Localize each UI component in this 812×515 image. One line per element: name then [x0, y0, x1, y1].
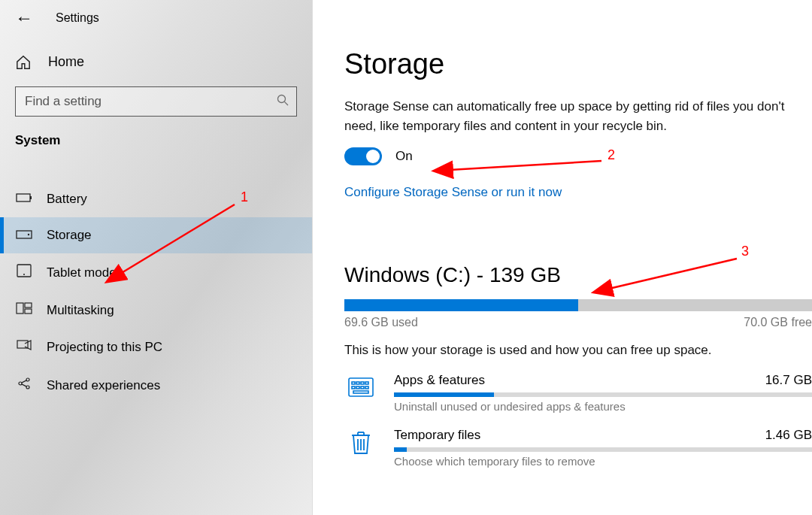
sidebar-item-label: Battery	[47, 192, 87, 207]
svg-point-0	[278, 95, 286, 103]
home-icon	[15, 55, 32, 70]
nav-section-title: System	[0, 133, 312, 168]
svg-line-16	[22, 384, 26, 386]
usage-item-title: Apps & features	[394, 373, 485, 388]
sidebar-item-label: Multitasking	[47, 303, 114, 318]
drive-description: This is how your storage is used and how…	[344, 343, 812, 358]
back-arrow-icon[interactable]: ←	[15, 9, 33, 27]
sidebar-item-projecting[interactable]: Projecting to this PC	[0, 329, 312, 365]
usage-item-subtitle: Choose which temporary files to remove	[394, 455, 812, 468]
nav-home-label: Home	[48, 54, 84, 70]
svg-rect-23	[356, 386, 359, 389]
sidebar-item-battery[interactable]: Battery	[0, 181, 312, 217]
page-title: Storage	[344, 48, 812, 80]
storage-sense-description: Storage Sense can automatically free up …	[344, 97, 799, 135]
usage-item-apps[interactable]: Apps & features 16.7 GB Uninstall unused…	[394, 373, 812, 413]
sidebar-item-shared-experiences[interactable]: Shared experiences	[0, 365, 312, 405]
drive-icon	[15, 228, 33, 243]
sidebar-item-label: Tablet mode	[47, 265, 117, 280]
svg-point-5	[28, 234, 29, 235]
svg-rect-18	[352, 382, 355, 384]
usage-item-subtitle: Uninstall unused or undesired apps & fea…	[394, 400, 812, 413]
svg-rect-20	[361, 382, 364, 384]
svg-rect-26	[353, 391, 368, 393]
nav-home[interactable]: Home	[0, 35, 312, 86]
svg-rect-2	[17, 194, 30, 201]
svg-rect-8	[17, 303, 23, 314]
settings-window-title: Settings	[56, 11, 99, 25]
search-box[interactable]	[15, 86, 297, 117]
drive-usage-bar	[344, 299, 812, 311]
svg-line-15	[22, 380, 26, 383]
apps-icon	[344, 373, 377, 401]
battery-icon	[15, 192, 33, 207]
svg-point-12	[19, 382, 22, 385]
svg-rect-3	[30, 196, 32, 199]
sidebar-item-label: Storage	[47, 228, 92, 243]
sidebar-item-storage[interactable]: Storage	[0, 217, 312, 253]
toggle-state-label: On	[395, 149, 413, 164]
usage-item-size: 1.46 GB	[765, 428, 812, 443]
projecting-icon	[15, 339, 33, 355]
svg-rect-10	[25, 309, 32, 314]
storage-sense-toggle[interactable]	[344, 147, 382, 165]
search-icon	[277, 94, 289, 109]
svg-rect-19	[356, 382, 359, 384]
configure-storage-sense-link[interactable]: Configure Storage Sense or run it now	[344, 185, 562, 200]
svg-rect-24	[361, 386, 364, 389]
svg-point-14	[26, 386, 29, 389]
sidebar-item-multitasking[interactable]: Multitasking	[0, 292, 312, 329]
tablet-icon	[15, 264, 33, 281]
sidebar-item-tablet-mode[interactable]: Tablet mode	[0, 253, 312, 292]
svg-rect-25	[365, 386, 368, 389]
svg-rect-9	[25, 303, 32, 307]
svg-rect-22	[352, 386, 355, 389]
svg-point-13	[26, 378, 29, 381]
svg-line-1	[284, 101, 288, 105]
drive-title: Windows (C:) - 139 GB	[344, 263, 812, 287]
shared-icon	[15, 376, 33, 395]
main-panel: Storage Storage Sense can automatically …	[313, 0, 812, 515]
usage-item-temp[interactable]: Temporary files 1.46 GB Choose which tem…	[394, 428, 812, 468]
search-input[interactable]	[23, 93, 277, 110]
usage-item-title: Temporary files	[394, 428, 480, 443]
sidebar-item-label: Shared experiences	[47, 378, 160, 393]
settings-sidebar: ← Settings Home System Battery	[0, 0, 312, 515]
multitasking-icon	[15, 302, 33, 318]
svg-rect-21	[365, 382, 368, 384]
sidebar-item-label: Projecting to this PC	[47, 340, 162, 355]
trash-icon	[344, 428, 377, 456]
svg-point-7	[23, 274, 25, 275]
drive-used-label: 69.6 GB used	[344, 316, 418, 329]
usage-item-size: 16.7 GB	[765, 373, 812, 388]
drive-free-label: 70.0 GB free	[744, 316, 812, 329]
